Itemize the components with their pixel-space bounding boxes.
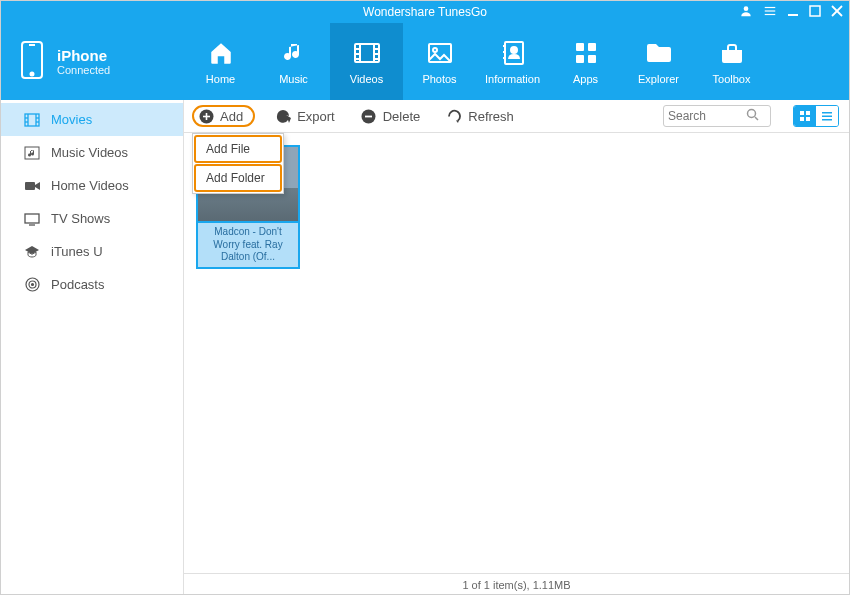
podcast-icon	[23, 277, 41, 292]
export-icon	[275, 108, 291, 124]
svg-rect-28	[588, 43, 596, 51]
sidebar-item-home-videos[interactable]: Home Videos	[1, 169, 183, 202]
svg-line-52	[755, 117, 758, 120]
sidebar-item-itunes-u[interactable]: iTunes U	[1, 235, 183, 268]
svg-point-0	[744, 6, 749, 11]
menu-icon[interactable]	[763, 4, 777, 20]
close-button[interactable]	[831, 5, 843, 19]
svg-rect-59	[822, 119, 832, 121]
grid-view-button[interactable]	[794, 106, 816, 126]
nav-photos[interactable]: Photos	[403, 23, 476, 100]
svg-rect-56	[806, 117, 810, 121]
sidebar-item-tv-shows[interactable]: TV Shows	[1, 202, 183, 235]
svg-rect-3	[765, 14, 776, 15]
toolbox-icon	[719, 38, 745, 68]
svg-rect-27	[576, 43, 584, 51]
minus-icon	[361, 108, 377, 124]
nav-videos[interactable]: Videos	[330, 23, 403, 100]
home-icon	[208, 38, 234, 68]
status-text: 1 of 1 item(s), 1.11MB	[462, 579, 570, 591]
search-icon[interactable]	[746, 108, 759, 124]
film-icon	[23, 113, 41, 127]
add-dropdown: Add File Add Folder	[192, 133, 284, 194]
nav-label: Apps	[573, 73, 598, 85]
delete-button[interactable]: Delete	[355, 106, 427, 126]
nav-apps[interactable]: Apps	[549, 23, 622, 100]
nav-home[interactable]: Home	[184, 23, 257, 100]
refresh-button[interactable]: Refresh	[440, 106, 520, 126]
svg-rect-58	[822, 116, 832, 118]
sidebar-item-movies[interactable]: Movies	[1, 103, 183, 136]
nav-label: Explorer	[638, 73, 679, 85]
main-nav: Home Music Videos Photos Information App…	[184, 23, 849, 100]
refresh-label: Refresh	[468, 109, 514, 124]
music-video-icon	[23, 146, 41, 160]
sidebar-label: TV Shows	[51, 211, 110, 226]
contacts-icon	[501, 38, 525, 68]
tv-icon	[23, 212, 41, 226]
svg-rect-57	[822, 112, 832, 114]
user-icon[interactable]	[739, 4, 753, 20]
sidebar-item-podcasts[interactable]: Podcasts	[1, 268, 183, 301]
svg-rect-54	[806, 111, 810, 115]
svg-rect-5	[810, 6, 820, 16]
minimize-button[interactable]	[787, 5, 799, 19]
body: Movies Music Videos Home Videos TV Shows…	[1, 100, 849, 595]
nav-label: Information	[485, 73, 540, 85]
delete-label: Delete	[383, 109, 421, 124]
nav-label: Videos	[350, 73, 383, 85]
svg-rect-2	[765, 10, 776, 11]
export-label: Export	[297, 109, 335, 124]
svg-point-51	[748, 110, 756, 118]
device-name: iPhone	[57, 47, 110, 64]
phone-icon	[19, 40, 45, 84]
topbar: iPhone Connected Home Music Videos Photo…	[1, 23, 849, 100]
nav-label: Toolbox	[713, 73, 751, 85]
search-input[interactable]	[668, 109, 746, 123]
maximize-button[interactable]	[809, 5, 821, 19]
nav-music[interactable]: Music	[257, 23, 330, 100]
sidebar-label: Movies	[51, 112, 92, 127]
plus-icon	[198, 108, 214, 124]
nav-information[interactable]: Information	[476, 23, 549, 100]
nav-label: Photos	[422, 73, 456, 85]
list-view-button[interactable]	[816, 106, 838, 126]
device-panel[interactable]: iPhone Connected	[1, 23, 184, 100]
svg-point-23	[511, 47, 517, 53]
svg-rect-55	[800, 117, 804, 121]
thumbnail-caption: Madcon - Don't Worry feat. Ray Dalton (O…	[196, 223, 300, 269]
view-toggle	[793, 105, 839, 127]
window-controls	[739, 1, 843, 23]
sidebar-item-music-videos[interactable]: Music Videos	[1, 136, 183, 169]
app-title: Wondershare TunesGo	[363, 5, 487, 19]
add-label: Add	[220, 109, 243, 124]
sidebar: Movies Music Videos Home Videos TV Shows…	[1, 100, 184, 595]
sidebar-label: iTunes U	[51, 244, 103, 259]
apps-icon	[574, 38, 598, 68]
svg-rect-40	[25, 182, 35, 190]
graduation-icon	[23, 245, 41, 259]
toolbar: Add Export Delete Refresh	[184, 100, 849, 133]
nav-toolbox[interactable]: Toolbox	[695, 23, 768, 100]
export-button[interactable]: Export	[269, 106, 341, 126]
device-status: Connected	[57, 64, 110, 76]
nav-label: Home	[206, 73, 235, 85]
sidebar-label: Home Videos	[51, 178, 129, 193]
refresh-icon	[446, 108, 462, 124]
svg-rect-53	[800, 111, 804, 115]
svg-rect-1	[765, 7, 776, 8]
add-file-item[interactable]: Add File	[194, 135, 282, 163]
add-button[interactable]: Add	[192, 105, 255, 127]
photos-icon	[427, 38, 453, 68]
nav-explorer[interactable]: Explorer	[622, 23, 695, 100]
svg-rect-29	[576, 55, 584, 63]
camcorder-icon	[23, 180, 41, 192]
add-folder-item[interactable]: Add Folder	[194, 164, 282, 192]
svg-point-21	[433, 48, 437, 52]
svg-rect-30	[588, 55, 596, 63]
svg-rect-32	[25, 114, 39, 126]
search-box[interactable]	[663, 105, 771, 127]
svg-point-45	[31, 284, 33, 286]
folder-icon	[645, 38, 673, 68]
sidebar-label: Music Videos	[51, 145, 128, 160]
